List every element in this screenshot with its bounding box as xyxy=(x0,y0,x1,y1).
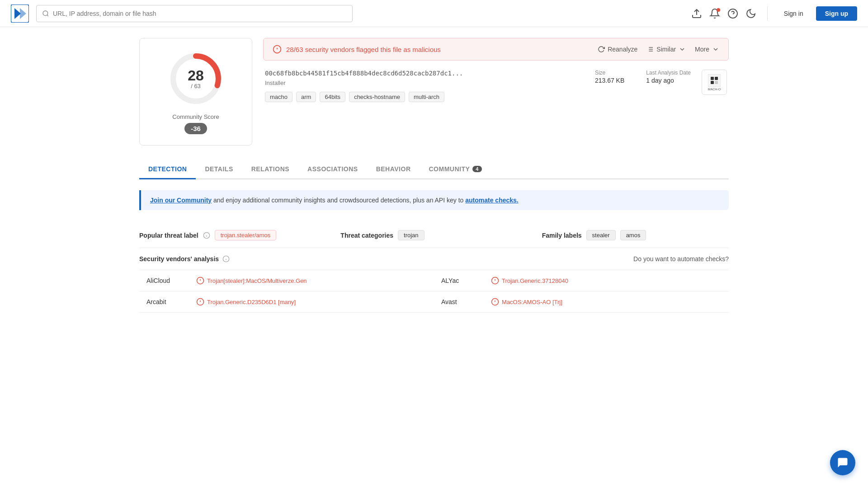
svg-rect-18 xyxy=(708,74,721,87)
tab-detection[interactable]: DETECTION xyxy=(139,160,196,179)
reanalyze-icon xyxy=(598,46,605,53)
similar-icon xyxy=(646,46,654,53)
vendor-detection-alicloud: Trojan[stealer]:MacOS/Multiverze.Gen xyxy=(196,277,307,285)
vendors-header: Security vendors' analysis Do you want t… xyxy=(139,248,729,270)
alert-text: 28/63 security vendors flagged this file… xyxy=(286,46,593,53)
top-section: 28 / 63 Community Score -36 28/63 securi… xyxy=(139,38,729,145)
threat-categories-section: Threat categories trojan xyxy=(340,230,527,240)
tabs: DETECTION DETAILS RELATIONS ASSOCIATIONS… xyxy=(139,160,729,179)
header: Sign in Sign up xyxy=(0,0,868,27)
file-meta: Size 213.67 KB Last Analysis Date 1 day … xyxy=(595,70,691,84)
sign-in-button[interactable]: Sign in xyxy=(778,7,809,20)
threat-info-row: Popular threat label trojan.stealer/amos… xyxy=(139,223,729,248)
header-actions: Sign in Sign up xyxy=(691,6,857,21)
vendor-cell-arcabit: Arcabit Trojan.Generic.D235D6D1 [many] xyxy=(139,291,434,312)
join-community-link[interactable]: Join our Community xyxy=(150,197,212,204)
file-info: 00c68fb8bcb44581f15cb4f888b4dec8cd6d528c… xyxy=(263,70,729,102)
file-size: Size 213.67 KB xyxy=(595,70,624,84)
alert-circle-icon-3 xyxy=(196,298,204,306)
threat-category-value: trojan xyxy=(398,230,425,240)
svg-rect-21 xyxy=(711,81,714,84)
tab-community[interactable]: COMMUNITY 4 xyxy=(420,160,491,179)
help-icon[interactable] xyxy=(727,8,738,19)
popular-threat-section: Popular threat label trojan.stealer/amos xyxy=(139,230,326,240)
alert-banner: 28/63 security vendors flagged this file… xyxy=(263,38,729,61)
more-button[interactable]: More xyxy=(695,46,719,53)
tag-macho: macho xyxy=(265,92,292,102)
tag-arm: arm xyxy=(296,92,316,102)
alert-icon xyxy=(273,45,282,54)
svg-rect-22 xyxy=(715,81,718,84)
vendor-name-arcabit: Arcabit xyxy=(146,298,192,305)
automate-checks-text: Do you want to automate checks? xyxy=(633,255,729,263)
file-type: Installer xyxy=(265,80,584,86)
tab-behavior[interactable]: BEHAVIOR xyxy=(367,160,420,179)
family-tag-stealer: stealer xyxy=(586,230,616,240)
vendor-detection-arcabit: Trojan.Generic.D235D6D1 [many] xyxy=(196,298,296,306)
alert-circle-icon-2 xyxy=(491,277,499,285)
tag-64bits: 64bits xyxy=(320,92,345,102)
tag-checks-hostname: checks-hostname xyxy=(349,92,405,102)
gauge-container: 28 / 63 xyxy=(166,49,225,108)
logo[interactable] xyxy=(11,5,29,23)
info-icon-vendors[interactable] xyxy=(222,255,230,263)
tab-associations[interactable]: ASSOCIATIONS xyxy=(298,160,367,179)
total-count: / 63 xyxy=(188,83,204,89)
family-labels-section: Family labels stealer amos xyxy=(542,230,729,240)
divider xyxy=(767,6,768,21)
vendor-cell-alyac: ALYac Trojan.Generic.37128040 xyxy=(434,270,729,291)
more-chevron-icon xyxy=(712,46,719,53)
last-analysis-date: Last Analysis Date 1 day ago xyxy=(646,70,691,84)
community-banner-text: and enjoy additional community insights … xyxy=(212,197,465,204)
family-labels-label: Family labels xyxy=(542,232,582,239)
vendor-row-1: AliCloud Trojan[stealer]:MacOS/Multiverz… xyxy=(139,270,729,291)
reanalyze-button[interactable]: Reanalyze xyxy=(598,46,637,53)
upload-icon[interactable] xyxy=(691,8,702,19)
file-hash: 00c68fb8bcb44581f15cb4f888b4dec8cd6d528c… xyxy=(265,70,584,77)
alert-actions: Reanalyze Similar More xyxy=(598,46,719,53)
tab-details[interactable]: DETAILS xyxy=(196,160,242,179)
svg-point-3 xyxy=(43,11,48,16)
vendor-detection-alyac: Trojan.Generic.37128040 xyxy=(491,277,568,285)
score-card: 28 / 63 Community Score -36 xyxy=(139,38,252,145)
notifications-icon[interactable] xyxy=(709,8,720,19)
tag-multi-arch: multi-arch xyxy=(409,92,444,102)
sign-up-button[interactable]: Sign up xyxy=(816,6,857,21)
alert-circle-icon-4 xyxy=(491,298,499,306)
file-header-row: 00c68fb8bcb44581f15cb4f888b4dec8cd6d528c… xyxy=(265,70,727,102)
search-input[interactable] xyxy=(53,10,347,17)
main-content: 28 / 63 Community Score -36 28/63 securi… xyxy=(118,27,750,324)
community-badge: 4 xyxy=(472,166,482,172)
svg-rect-19 xyxy=(711,77,714,80)
threat-categories-label: Threat categories xyxy=(340,232,393,239)
file-icon-label: MACH-O xyxy=(708,88,721,91)
vendor-name-alicloud: AliCloud xyxy=(146,277,192,284)
popular-threat-value: trojan.stealer/amos xyxy=(215,230,277,240)
vendor-cell-alicloud: AliCloud Trojan[stealer]:MacOS/Multiverz… xyxy=(139,270,434,291)
info-icon-popular xyxy=(203,232,210,239)
file-tags: macho arm 64bits checks-hostname multi-a… xyxy=(265,92,584,102)
vendors-title: Security vendors' analysis xyxy=(139,255,633,263)
chevron-down-icon xyxy=(679,46,686,53)
detected-count: 28 xyxy=(188,68,204,83)
theme-toggle-icon[interactable] xyxy=(745,8,756,19)
vendor-name-alyac: ALYac xyxy=(441,277,486,284)
search-icon xyxy=(42,10,49,17)
vendor-cell-avast: Avast MacOS:AMOS-AO [Trj] xyxy=(434,291,729,312)
vendor-row-2: Arcabit Trojan.Generic.D235D6D1 [many] A… xyxy=(139,291,729,313)
file-type-icon: MACH-O xyxy=(702,70,727,95)
popular-threat-label: Popular threat label xyxy=(139,232,198,239)
similar-button[interactable]: Similar xyxy=(646,46,686,53)
automate-checks-link[interactable]: automate checks. xyxy=(465,197,519,204)
family-tag-amos: amos xyxy=(620,230,646,240)
community-score-badge: -36 xyxy=(184,123,207,134)
community-score-label: Community Score xyxy=(172,113,219,120)
tab-relations[interactable]: RELATIONS xyxy=(242,160,298,179)
search-bar[interactable] xyxy=(36,5,353,22)
vendor-detection-avast: MacOS:AMOS-AO [Trj] xyxy=(491,298,562,306)
vendor-name-avast: Avast xyxy=(441,298,486,305)
svg-rect-20 xyxy=(715,77,718,80)
community-banner: Join our Community and enjoy additional … xyxy=(139,190,729,210)
alert-circle-icon xyxy=(196,277,204,285)
notification-dot xyxy=(717,8,720,12)
